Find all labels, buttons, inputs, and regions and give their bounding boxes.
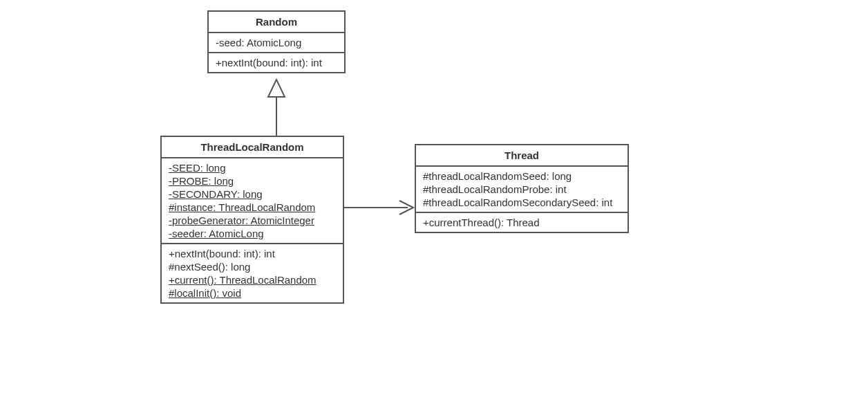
attr: #threadLocalRandomProbe: int <box>423 183 621 196</box>
class-thread-attributes: #threadLocalRandomSeed: long #threadLoca… <box>416 167 628 213</box>
class-thread: Thread #threadLocalRandomSeed: long #thr… <box>415 144 629 233</box>
method: +nextInt(bound: int): int <box>169 247 336 260</box>
class-thread-methods: +currentThread(): Thread <box>416 213 628 232</box>
class-threadlocalrandom: ThreadLocalRandom -SEED: long -PROBE: lo… <box>160 136 344 304</box>
class-random-attributes: -seed: AtomicLong <box>209 33 344 53</box>
class-thread-title: Thread <box>416 145 628 167</box>
attr: -seed: AtomicLong <box>216 36 337 49</box>
class-random-methods: +nextInt(bound: int): int <box>209 53 344 72</box>
class-random-title: Random <box>209 12 344 33</box>
method: #nextSeed(): long <box>169 260 336 273</box>
class-threadlocalrandom-title: ThreadLocalRandom <box>162 137 343 158</box>
method: +nextInt(bound: int): int <box>216 56 337 69</box>
class-threadlocalrandom-attributes: -SEED: long -PROBE: long -SECONDARY: lon… <box>162 158 343 244</box>
method: +current(): ThreadLocalRandom <box>169 273 336 286</box>
attr: -PROBE: long <box>169 174 336 188</box>
generalization-arrowhead-icon <box>268 80 285 97</box>
attr: #instance: ThreadLocalRandom <box>169 201 336 214</box>
method: +currentThread(): Thread <box>423 216 621 229</box>
attr: #threadLocalRandomSecondarySeed: int <box>423 196 621 209</box>
attr: -probeGenerator: AtomicInteger <box>169 214 336 227</box>
attr: -SEED: long <box>169 161 336 174</box>
class-random: Random -seed: AtomicLong +nextInt(bound:… <box>207 10 346 73</box>
method: #localInit(): void <box>169 286 336 300</box>
association-arrowhead-icon <box>399 201 413 214</box>
class-threadlocalrandom-methods: +nextInt(bound: int): int #nextSeed(): l… <box>162 244 343 302</box>
attr: -seeder: AtomicLong <box>169 227 336 240</box>
attr: -SECONDARY: long <box>169 188 336 201</box>
attr: #threadLocalRandomSeed: long <box>423 170 621 183</box>
